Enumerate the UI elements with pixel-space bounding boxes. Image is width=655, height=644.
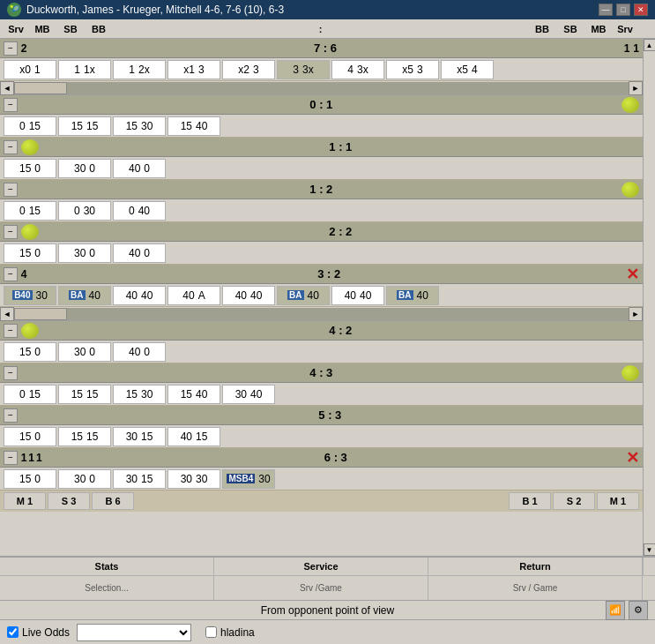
game-cell[interactable]: 400	[113, 159, 166, 178]
set-6-collapse[interactable]: −	[4, 267, 18, 281]
scroll-left-btn[interactable]: ◄	[0, 307, 14, 321]
game-cell[interactable]: 150	[4, 243, 56, 263]
maximize-button[interactable]: □	[616, 4, 630, 16]
set-7-ball	[21, 323, 39, 339]
game-content[interactable]: − 2 7 : 6 1 1 x01 11x 12	[0, 39, 643, 556]
game-cell[interactable]: 1515	[58, 116, 111, 136]
game-cell[interactable]: 040	[113, 201, 166, 221]
game-cell[interactable]: 4040	[331, 286, 384, 305]
game-cell[interactable]: 43x	[331, 60, 384, 79]
game-cell[interactable]: 3030	[167, 469, 220, 489]
game-cell[interactable]: x01	[4, 60, 56, 79]
game-cell[interactable]: 400	[113, 243, 166, 263]
info-icon-1[interactable]: 📶	[606, 601, 625, 620]
set-5-collapse[interactable]: −	[4, 225, 18, 239]
scroll-right-btn[interactable]: ►	[629, 81, 643, 95]
scroll-track[interactable]	[14, 308, 629, 320]
live-odds-checkbox[interactable]	[7, 626, 19, 638]
set-7-row: − 4 : 2	[0, 321, 643, 341]
game-cell[interactable]: 150	[4, 427, 56, 446]
game-cell[interactable]: 400	[113, 342, 166, 362]
game-cell[interactable]: x54	[441, 60, 494, 79]
right-scrollbar[interactable]: ▲ ▼	[643, 39, 655, 556]
game-cell[interactable]: 300	[58, 342, 111, 362]
game-cell[interactable]: B4030	[4, 286, 56, 305]
game-cell[interactable]: 40A	[167, 286, 220, 305]
stats-scroll-2	[643, 576, 655, 600]
set-2-ball-indicator	[622, 97, 639, 113]
odds-dropdown[interactable]	[77, 624, 191, 641]
game-cell[interactable]: 015	[4, 385, 56, 404]
set-2-score: 0 : 1	[21, 98, 622, 111]
set-4-row: − 1 : 2	[0, 180, 643, 199]
game-cell[interactable]: 1530	[113, 385, 166, 404]
set-1-rnum2: 1	[633, 42, 639, 55]
info-icon-2[interactable]: ⚙	[629, 601, 648, 620]
set-10-cells: 150 300 3015 3030 MSB4 30	[0, 468, 643, 490]
set-1-collapse[interactable]: −	[4, 41, 18, 56]
set-10-collapse[interactable]: −	[4, 451, 18, 465]
stats-col-3: Return	[428, 558, 643, 575]
game-cell[interactable]: 3015	[113, 469, 166, 489]
game-cell[interactable]: 1530	[113, 116, 166, 136]
game-cell[interactable]: 1515	[58, 427, 111, 446]
game-cell[interactable]: 1515	[58, 385, 111, 404]
game-cell[interactable]: 015	[4, 201, 56, 221]
hladina-checkbox[interactable]	[205, 626, 217, 638]
app-icon: 🎾	[7, 3, 21, 17]
set-2-row: − 0 : 1	[0, 95, 643, 115]
scroll-up-arrow[interactable]: ▲	[644, 39, 656, 51]
minimize-button[interactable]: —	[599, 4, 613, 16]
summary-s2: S 2	[553, 492, 595, 510]
scroll-thumb[interactable]	[14, 308, 67, 320]
game-cell[interactable]: BA40	[58, 286, 111, 305]
game-cell[interactable]: 300	[58, 159, 111, 178]
game-cell[interactable]: 3015	[113, 427, 166, 446]
scroll-right-btn[interactable]: ►	[629, 307, 643, 321]
game-cell[interactable]: BA40	[386, 286, 439, 305]
game-cell[interactable]: 300	[58, 243, 111, 263]
game-cell[interactable]: x53	[386, 60, 439, 79]
game-cell[interactable]: 4015	[167, 427, 220, 446]
game-cell[interactable]: BA40	[277, 286, 330, 305]
game-cell[interactable]: 11x	[58, 60, 111, 79]
main-window: Srv MB SB BB : BB SB MB Srv − 2 7 : 6	[0, 19, 655, 644]
set-4-collapse[interactable]: −	[4, 183, 18, 197]
set-7-cells: 150 300 400	[0, 341, 643, 363]
game-cell[interactable]: 3040	[222, 385, 275, 404]
game-cell[interactable]: 33x	[277, 60, 330, 79]
set-3-info: 1 : 1	[21, 139, 639, 155]
set-10-lnum2: 1	[28, 452, 34, 464]
set-1-scroll[interactable]: ◄ ►	[0, 81, 643, 95]
set-8-info: 4 : 3	[21, 365, 639, 381]
scroll-track[interactable]	[14, 82, 629, 94]
game-cell[interactable]: 4040	[113, 286, 166, 305]
game-cell[interactable]: x13	[167, 60, 220, 79]
game-cell[interactable]: 12x	[113, 60, 166, 79]
close-button[interactable]: ✕	[634, 4, 648, 16]
game-cell[interactable]: 1540	[167, 116, 220, 136]
scroll-down-arrow[interactable]: ▼	[644, 543, 656, 556]
set-3-ball	[21, 139, 39, 155]
game-cell[interactable]: x23	[222, 60, 275, 79]
set-8-section: − 4 : 3 015 1515 1530 1540 3040	[0, 363, 643, 406]
game-cell[interactable]: 150	[4, 342, 56, 362]
game-cell[interactable]: 150	[4, 159, 56, 178]
game-cell[interactable]: 300	[58, 469, 111, 489]
game-cell[interactable]: 015	[4, 116, 56, 136]
set-6-scroll[interactable]: ◄ ►	[0, 307, 643, 321]
set-7-collapse[interactable]: −	[4, 324, 18, 338]
game-cell[interactable]: MSB4 30	[222, 469, 275, 489]
scroll-left-btn[interactable]: ◄	[0, 81, 14, 95]
set-3-collapse[interactable]: −	[4, 140, 18, 154]
set-9-score: 5 : 3	[21, 408, 639, 422]
set-9-collapse[interactable]: −	[4, 408, 18, 423]
game-cell[interactable]: 030	[58, 201, 111, 221]
set-2-collapse[interactable]: −	[4, 98, 18, 112]
game-cell[interactable]: 1540	[167, 385, 220, 404]
game-cell[interactable]: 4040	[222, 286, 275, 305]
game-cell[interactable]: 150	[4, 469, 56, 489]
set-8-collapse[interactable]: −	[4, 366, 18, 380]
scroll-thumb[interactable]	[14, 82, 67, 94]
set-9-cells: 150 1515 3015 4015	[0, 425, 643, 448]
